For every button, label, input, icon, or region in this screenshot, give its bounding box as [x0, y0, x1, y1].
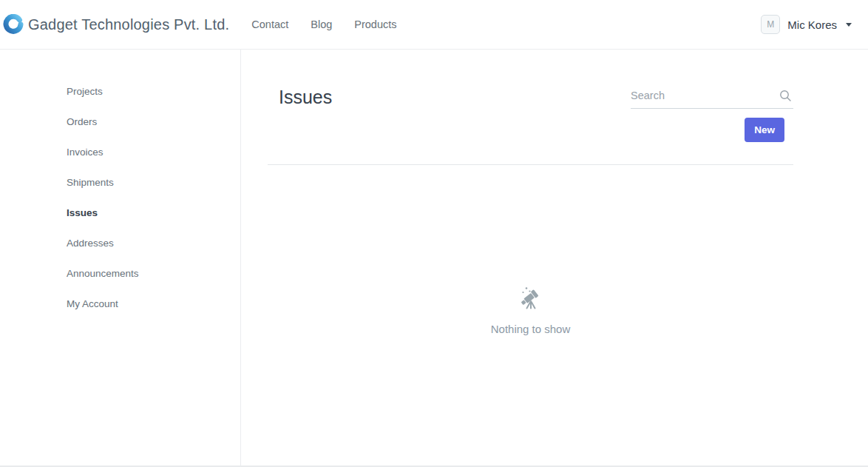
sidebar-item-invoices[interactable]: Invoices [0, 137, 240, 167]
navbar-links: Contact Blog Products [240, 19, 407, 30]
sidebar-item-orders[interactable]: Orders [0, 107, 240, 137]
list-toolbar: New [631, 87, 793, 142]
nav-link-contact[interactable]: Contact [240, 19, 299, 30]
main-content: Issues New [241, 50, 868, 467]
sidebar-item-issues[interactable]: Issues [0, 198, 240, 228]
brand-name: Gadget Technologies Pvt. Ltd. [28, 16, 229, 33]
sidebar-item-my-account[interactable]: My Account [0, 289, 240, 319]
sidebar-item-shipments[interactable]: Shipments [0, 167, 240, 198]
user-dropdown-toggle[interactable]: M Mic Kores [761, 15, 852, 34]
search-icon [779, 90, 792, 105]
page-title: Issues [279, 87, 332, 108]
logo-g-icon [3, 14, 24, 35]
sidebar-item-addresses[interactable]: Addresses [0, 228, 240, 258]
search-box [631, 87, 793, 109]
caret-down-icon [846, 23, 852, 27]
sidebar-item-projects[interactable]: Projects [0, 76, 240, 107]
empty-state-message: Nothing to show [268, 323, 793, 335]
empty-state: Nothing to show [268, 286, 793, 335]
user-name: Mic Kores [787, 19, 837, 31]
new-issue-button[interactable]: New [745, 118, 784, 142]
list-divider [268, 164, 793, 165]
top-navbar: Gadget Technologies Pvt. Ltd. Contact Bl… [0, 0, 868, 50]
nav-link-blog[interactable]: Blog [299, 19, 343, 30]
page-body: Projects Orders Invoices Shipments Issue… [0, 50, 868, 467]
search-input[interactable] [631, 87, 793, 109]
portal-sidebar: Projects Orders Invoices Shipments Issue… [0, 50, 241, 467]
telescope-icon [518, 286, 544, 315]
brand-link[interactable]: Gadget Technologies Pvt. Ltd. [3, 14, 229, 35]
nav-link-products[interactable]: Products [343, 19, 407, 30]
sidebar-item-announcements[interactable]: Announcements [0, 258, 240, 289]
avatar: M [761, 15, 780, 34]
page-header: Issues New [268, 87, 793, 142]
